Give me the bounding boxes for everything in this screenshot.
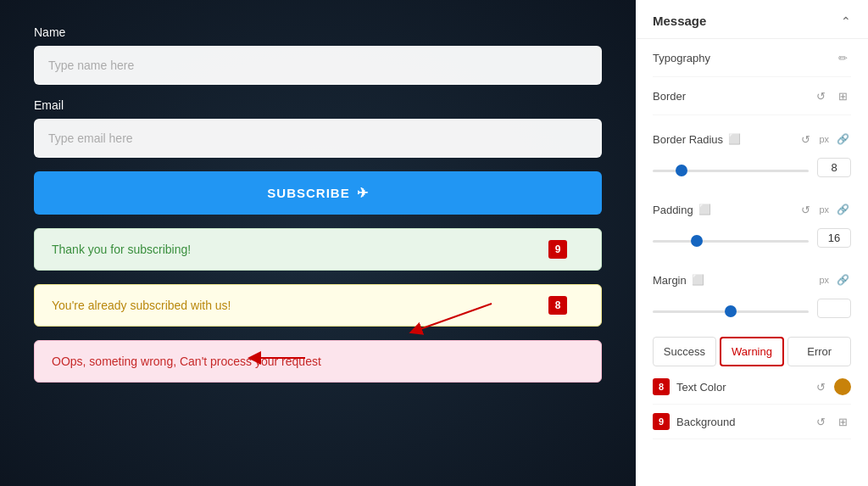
border-label: Border <box>653 90 686 103</box>
annotation-badge-9: 9 <box>548 240 567 259</box>
background-row: 9 Background ↺ ⊞ <box>653 405 851 439</box>
collapse-button[interactable]: ⌃ <box>841 14 851 28</box>
settings-panel: Message ⌃ Typography ✏ Border ↺ ⊞ Border… <box>636 0 868 486</box>
margin-controls: px 🔗 <box>819 271 851 288</box>
padding-controls: ↺ px 🔗 <box>797 201 851 218</box>
tab-warning[interactable]: Warning <box>720 337 785 366</box>
tab-error[interactable]: Error <box>787 337 851 366</box>
text-color-label: Text Color <box>676 381 805 394</box>
margin-slider-row <box>653 293 851 327</box>
padding-value-input[interactable] <box>817 228 851 248</box>
success-text: Thank you for subscribing! <box>52 243 191 256</box>
name-label: Name <box>34 25 602 39</box>
border-reset-icon[interactable]: ↺ <box>812 87 829 104</box>
message-type-tabs: Success Warning Error <box>653 327 851 370</box>
padding-slider-container <box>653 231 809 246</box>
email-input[interactable] <box>34 119 602 158</box>
border-radius-slider-container <box>653 160 809 176</box>
border-row: Border ↺ ⊞ <box>653 77 851 115</box>
padding-screen-icon[interactable]: ⬜ <box>698 204 711 215</box>
panel-header: Message ⌃ <box>636 0 868 39</box>
margin-slider[interactable] <box>653 310 809 313</box>
text-color-reset-icon[interactable]: ↺ <box>812 378 829 395</box>
typography-row: Typography ✏ <box>653 39 851 77</box>
border-radius-row: Border Radius ⬜ ↺ px 🔗 <box>653 115 851 153</box>
warning-text: You're already subscribed with us! <box>52 299 231 312</box>
margin-section: Margin ⬜ px 🔗 <box>653 256 851 327</box>
padding-unit: px <box>819 204 829 215</box>
settings-list: Typography ✏ Border ↺ ⊞ Border Radius ⬜ … <box>636 39 868 439</box>
success-message: Thank you for subscribing! 9 <box>34 228 602 271</box>
subscribe-label: SUBSCRIBE <box>267 186 349 200</box>
border-radius-label: Border Radius ⬜ <box>653 133 741 146</box>
border-radius-slider[interactable] <box>653 170 809 172</box>
text-color-controls: ↺ <box>812 378 851 395</box>
border-radius-section: Border Radius ⬜ ↺ px 🔗 <box>653 115 851 186</box>
send-icon: ✈ <box>357 185 369 201</box>
margin-label: Margin ⬜ <box>653 274 704 287</box>
text-color-swatch[interactable] <box>834 378 851 395</box>
border-radius-value-input[interactable] <box>817 158 851 177</box>
tab-success[interactable]: Success <box>653 337 716 366</box>
margin-link-icon[interactable]: 🔗 <box>834 271 851 288</box>
border-radius-link-icon[interactable]: 🔗 <box>834 131 851 148</box>
typography-edit-icon[interactable]: ✏ <box>834 49 851 66</box>
error-message: OOps, someting wrong, Can't process your… <box>34 340 602 383</box>
border-radius-screen-icon[interactable]: ⬜ <box>728 133 741 145</box>
padding-slider-row <box>653 223 851 256</box>
subscribe-button[interactable]: SUBSCRIBE ✈ <box>34 171 602 215</box>
margin-value-input[interactable] <box>817 299 851 318</box>
email-field-group: Email <box>34 98 602 158</box>
text-color-badge: 8 <box>653 378 670 395</box>
background-controls: ↺ ⊞ <box>812 413 851 430</box>
margin-slider-container <box>653 301 809 316</box>
background-label: Background <box>676 416 805 428</box>
margin-screen-icon[interactable]: ⬜ <box>692 274 704 286</box>
padding-section: Padding ⬜ ↺ px 🔗 <box>653 186 851 256</box>
annotation-badge-8: 8 <box>548 296 567 315</box>
typography-controls: ✏ <box>834 49 851 66</box>
border-radius-slider-row <box>653 153 851 186</box>
border-controls: ↺ ⊞ <box>812 87 851 104</box>
background-reset-icon[interactable]: ↺ <box>812 413 829 430</box>
padding-row: Padding ⬜ ↺ px 🔗 <box>653 186 851 223</box>
email-label: Email <box>34 98 602 112</box>
padding-link-icon[interactable]: 🔗 <box>834 201 851 218</box>
form-panel: Name Email SUBSCRIBE ✈ Thank you for sub… <box>0 0 636 486</box>
margin-row: Margin ⬜ px 🔗 <box>653 256 851 293</box>
warning-message: You're already subscribed with us! 8 <box>34 284 602 327</box>
border-radius-controls: ↺ px 🔗 <box>797 131 851 148</box>
padding-label: Padding ⬜ <box>653 204 711 216</box>
padding-reset-icon[interactable]: ↺ <box>797 201 814 218</box>
error-text: OOps, someting wrong, Can't process your… <box>52 355 321 368</box>
border-radius-unit: px <box>819 134 829 144</box>
panel-title: Message <box>653 14 706 28</box>
border-grid-icon[interactable]: ⊞ <box>834 87 851 104</box>
typography-label: Typography <box>653 52 710 64</box>
name-input[interactable] <box>34 46 602 85</box>
name-field-group: Name <box>34 25 602 85</box>
border-radius-reset-icon[interactable]: ↺ <box>797 131 814 148</box>
background-grid-icon[interactable]: ⊞ <box>834 413 851 430</box>
padding-slider[interactable] <box>653 240 809 243</box>
background-badge: 9 <box>653 413 670 430</box>
margin-unit: px <box>819 275 829 285</box>
text-color-row: 8 Text Color ↺ <box>653 370 851 405</box>
